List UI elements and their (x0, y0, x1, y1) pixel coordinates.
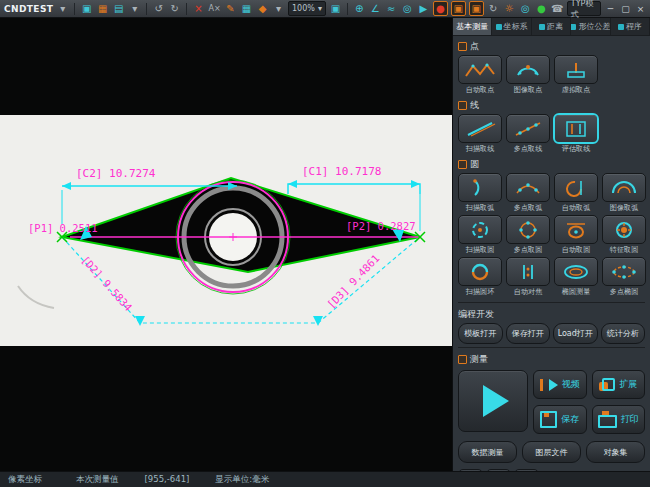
status-bar: 像素坐标 本次测量值 [955,-641] 显示单位:毫米 (0, 471, 650, 487)
tool-scan-ring[interactable]: 扫描圆环 (458, 257, 501, 297)
tag-icon[interactable]: ◆ (256, 2, 269, 15)
object-set-button[interactable]: 对象集 (586, 441, 645, 463)
tool-label: 自动取圆 (561, 245, 590, 255)
tab-basic-measure[interactable]: 基本测量 (453, 18, 492, 35)
close-button[interactable]: × (635, 3, 646, 15)
zoom-select[interactable]: 100% ▾ (288, 1, 326, 16)
tab-label: 距离 (547, 21, 563, 32)
undo-icon[interactable]: ↺ (152, 2, 165, 15)
redo-icon[interactable]: ↻ (168, 2, 181, 15)
measure-angle-icon[interactable]: ∠ (369, 2, 382, 15)
tool-auto-focus[interactable]: 自动对焦 (506, 257, 549, 297)
tool-scan-arc[interactable]: 扫描取弧 (458, 173, 501, 213)
print-label: 打印 (621, 413, 639, 426)
phone-icon[interactable]: ☎ (551, 2, 564, 15)
measurement-scene: [C2] 10.7274 [C1] 10.7178 [D2] 9.5834 [D… (0, 18, 452, 471)
tool-feature-circle[interactable]: 特征取圆 (602, 215, 645, 255)
capture-alt-icon[interactable]: ▣ (469, 1, 484, 16)
statistics-button[interactable]: 统计分析 (601, 323, 646, 344)
measure-point-icon[interactable]: ⊕ (353, 2, 366, 15)
delete-all-icon[interactable]: A× (208, 2, 221, 15)
tab-icon (496, 24, 502, 30)
delete-icon[interactable]: × (192, 2, 205, 15)
export-caret-icon[interactable]: ▾ (128, 2, 141, 15)
statusbar-center: 本次测量值 [955,-641] 显示单位:毫米 (76, 474, 269, 486)
capture-icon[interactable]: ▣ (451, 1, 466, 16)
display-unit: 显示单位:毫米 (215, 474, 269, 486)
tab-gdt[interactable]: 形位公差 (571, 18, 610, 35)
app-menu-caret-icon[interactable]: ▾ (56, 2, 69, 15)
tool-label: 多点椭圆 (609, 287, 638, 297)
layer-file-button[interactable]: 图层文件 (522, 441, 581, 463)
maximize-button[interactable]: ▢ (620, 3, 631, 15)
brightness-icon[interactable]: ☼ (503, 2, 516, 15)
measure-circle-icon[interactable]: ◎ (401, 2, 414, 15)
titlebar-right-group: TYP模式 ─ ▢ × (567, 1, 646, 16)
ribbon-tabs: 基本测量 坐标系 距离 形位公差 程序 (453, 18, 650, 36)
export-icon[interactable]: ▤ (112, 2, 125, 15)
section-circle-icon (458, 160, 467, 169)
tool-auto-circle[interactable]: 自动取圆 (554, 215, 597, 255)
video-icon (540, 379, 543, 391)
camera-viewport[interactable]: [C2] 10.7274 [C1] 10.7178 [D2] 9.5834 [D… (0, 18, 452, 471)
tool-label: 图像取点 (513, 85, 542, 95)
tool-scan-circle[interactable]: 扫描取圆 (458, 215, 501, 255)
ellipse-measure-icon (554, 257, 598, 286)
scan-circle-icon (458, 215, 502, 244)
statusbar-left: 像素坐标 (8, 474, 42, 486)
multipoint-ellipse-icon (602, 257, 646, 286)
tool-multipoint-arc[interactable]: 多点取弧 (506, 173, 549, 213)
tag-caret-icon[interactable]: ▾ (272, 2, 285, 15)
tool-scan-line[interactable]: 扫描取线 (458, 114, 501, 154)
save-result-button[interactable]: 保存 (533, 405, 587, 434)
feature-circle-icon (602, 215, 646, 244)
data-measure-button[interactable]: 数据测量 (458, 441, 517, 463)
multipoint-line-icon (506, 114, 550, 143)
tool-label: 扫描取线 (465, 144, 494, 154)
section-circle: 圆 (458, 158, 645, 171)
tool-ellipse-measure[interactable]: 椭圆测量 (554, 257, 597, 297)
refresh-icon[interactable]: ↻ (487, 2, 500, 15)
tab-program[interactable]: 程序 (611, 18, 650, 35)
title-bar: CNDTEST ▾ ▣ ▦ ▤ ▾ ↺ ↻ × A× ✎ ▦ ◆ ▾ 100% … (0, 0, 650, 18)
snapshot-icon[interactable]: ▣ (329, 2, 342, 15)
extend-button[interactable]: 扩展 (592, 370, 646, 399)
save-open-button[interactable]: 保存打开 (506, 323, 551, 344)
print-button[interactable]: 打印 (592, 405, 646, 434)
minimize-button[interactable]: ─ (605, 3, 616, 15)
tool-label: 椭圆测量 (561, 287, 590, 297)
measure-trace-icon[interactable]: ≈ (385, 2, 398, 15)
template-open-button[interactable]: 模板打开 (458, 323, 503, 344)
start-measure-button[interactable] (458, 370, 528, 432)
tool-auto-point[interactable]: 自动取点 (458, 55, 501, 95)
image-edit-icon[interactable]: ▦ (96, 2, 109, 15)
point-p2-label: [P2] 0.2827 (346, 220, 416, 232)
mode-box[interactable]: TYP模式 (567, 1, 601, 16)
tool-auto-arc[interactable]: 自动取弧 (554, 173, 597, 213)
load-open-button[interactable]: Load打开 (553, 323, 598, 344)
tool-eval-line[interactable]: 评估取线 (554, 114, 597, 154)
tool-multipoint-ellipse[interactable]: 多点椭圆 (602, 257, 645, 297)
video-button[interactable]: 视频 (533, 370, 587, 399)
eval-line-icon (554, 114, 598, 143)
tool-image-point[interactable]: 图像取点 (506, 55, 549, 95)
target-icon[interactable]: ◎ (519, 2, 532, 15)
auto-point-icon (458, 55, 502, 84)
record-button-icon[interactable]: ● (433, 1, 448, 16)
play-icon (483, 385, 509, 417)
circle-tools-row1: 扫描取弧 多点取弧 自动取弧 图像取弧 (458, 173, 645, 213)
tool-label: 多点取弧 (513, 203, 542, 213)
grid-icon[interactable]: ▦ (240, 2, 253, 15)
run-icon[interactable]: ▶ (417, 2, 430, 15)
tab-coordinate[interactable]: 坐标系 (492, 18, 531, 35)
tool-multipoint-line[interactable]: 多点取线 (506, 114, 549, 154)
tab-distance[interactable]: 距离 (532, 18, 571, 35)
save-icon[interactable]: ▣ (80, 2, 93, 15)
image-arc-icon (602, 173, 646, 202)
pen-icon[interactable]: ✎ (224, 2, 237, 15)
tool-multipoint-circle[interactable]: 多点取圆 (506, 215, 549, 255)
tool-image-arc[interactable]: 图像取弧 (602, 173, 645, 213)
tool-virtual-point[interactable]: 虚拟取点 (554, 55, 597, 95)
globe-icon[interactable]: ● (535, 2, 548, 15)
tab-label: 坐标系 (504, 21, 528, 32)
